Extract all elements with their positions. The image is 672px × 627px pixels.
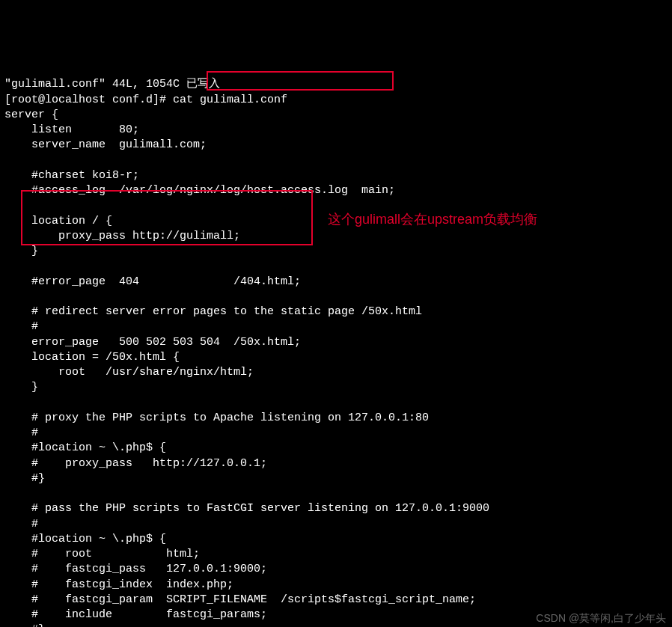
config-line: #error_page 404 /404.html;: [4, 275, 301, 288]
status-line: "gulimall.conf" 44L, 1054C 已写入: [4, 78, 220, 91]
config-line: }: [4, 245, 38, 257]
shell-prompt: [root@localhost conf.d]#: [4, 94, 173, 106]
config-line: }: [4, 381, 38, 394]
config-line: # redirect server error pages to the sta…: [4, 305, 422, 318]
config-line: # proxy the PHP scripts to Apache listen…: [4, 412, 429, 424]
config-line: proxy_pass http://gulimall;: [4, 230, 240, 242]
config-line: #charset koi8-r;: [4, 169, 139, 182]
config-line: listen 80;: [4, 123, 139, 136]
config-line: #location ~ \.php$ {: [4, 441, 166, 454]
config-line: # root html;: [4, 548, 200, 560]
config-line: #: [4, 426, 38, 439]
config-line: # fastcgi_index index.php;: [4, 578, 233, 591]
config-line: location / {: [4, 215, 112, 227]
highlight-box-command: [207, 71, 394, 91]
annotation-text: 这个gulimall会在upstream负载均衡: [328, 210, 537, 228]
config-line: # proxy_pass http://127.0.0.1;: [4, 457, 267, 470]
config-line: location = /50x.html {: [4, 351, 180, 364]
terminal-output[interactable]: "gulimall.conf" 44L, 1054C 已写入 [root@loc…: [0, 61, 672, 627]
config-line: #location ~ \.php$ {: [4, 533, 166, 545]
config-line: server_name gulimall.com;: [4, 138, 207, 151]
command-text: cat gulimall.conf: [173, 94, 287, 106]
config-line: # include fastcgi_params;: [4, 608, 267, 621]
config-line: #: [4, 320, 38, 333]
config-line: # pass the PHP scripts to FastCGI server…: [4, 502, 489, 515]
config-line: server {: [4, 108, 58, 121]
config-line: #}: [4, 472, 45, 485]
config-line: #: [4, 518, 38, 530]
config-line: #}: [4, 623, 45, 627]
config-line: root /usr/share/nginx/html;: [4, 366, 254, 379]
watermark-text: CSDN @莫等闲,白了少年头: [536, 611, 666, 626]
config-line: # fastcgi_pass 127.0.0.1:9000;: [4, 563, 267, 575]
config-line: error_page 500 502 503 504 /50x.html;: [4, 336, 301, 349]
config-line: # fastcgi_param SCRIPT_FILENAME /scripts…: [4, 593, 476, 606]
config-line: #access_log /var/log/nginx/log/host.acce…: [4, 184, 395, 197]
